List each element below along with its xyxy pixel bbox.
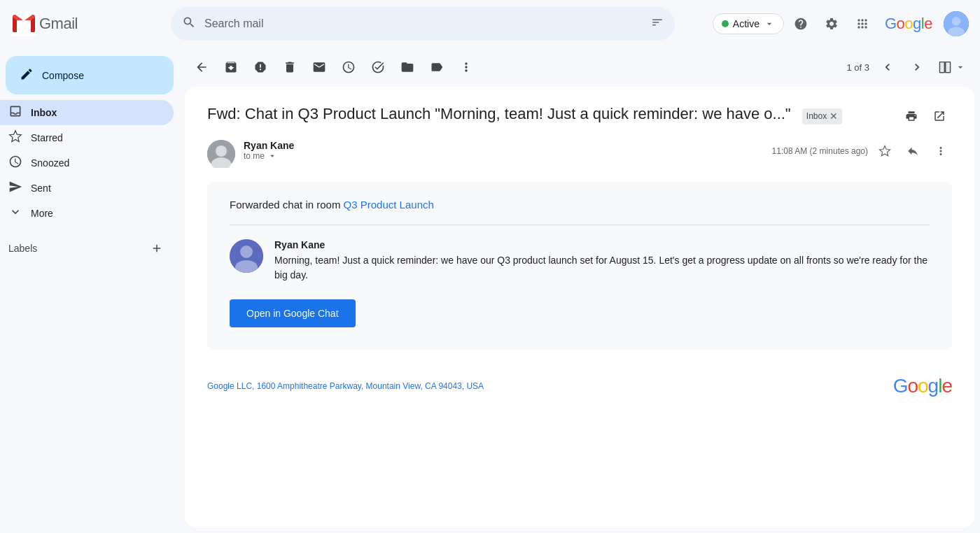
settings-button[interactable] <box>818 10 846 38</box>
sidebar-item-label: Sent <box>31 183 51 194</box>
footer-address-link[interactable]: Google LLC, 1600 Amphitheatre Parkway, M… <box>207 381 484 391</box>
gmail-logo-text: Gmail <box>39 15 78 33</box>
top-header: Gmail Active <box>0 0 980 48</box>
split-view-button[interactable] <box>932 57 972 77</box>
back-button[interactable] <box>188 53 216 81</box>
email-content-box: Forwarded chat in room Q3 Product Launch <box>207 182 952 350</box>
status-label: Active <box>733 18 760 29</box>
svg-rect-1 <box>17 20 31 32</box>
move-button[interactable] <box>393 53 421 81</box>
mark-unread-button[interactable] <box>305 53 333 81</box>
forwarded-prefix: Forwarded chat in room <box>230 199 344 211</box>
compose-button[interactable]: Compose <box>6 56 174 94</box>
sender-row: Ryan Kane to me 11:08 AM (2 minutes ago) <box>207 140 952 168</box>
email-body: Fwd: Chat in Q3 Product Launch "Morning,… <box>185 87 974 527</box>
svg-point-3 <box>952 17 961 26</box>
sender-name: Ryan Kane <box>244 140 764 151</box>
task-button[interactable] <box>364 53 392 81</box>
more-icon <box>8 205 22 222</box>
content-divider <box>230 225 930 225</box>
apps-button[interactable] <box>848 10 876 38</box>
delete-button[interactable] <box>276 53 304 81</box>
main-layout: Compose Inbox Starred <box>0 48 980 533</box>
more-actions-button[interactable] <box>452 53 480 81</box>
compose-icon <box>20 67 34 83</box>
status-dot <box>722 20 729 27</box>
svg-rect-6 <box>946 62 951 73</box>
email-area: 1 of 3 <box>179 48 980 533</box>
help-button[interactable] <box>787 10 815 38</box>
email-more-button[interactable] <box>930 140 952 162</box>
open-new-window-button[interactable] <box>927 104 952 129</box>
email-time: 11:08 AM (2 minutes ago) <box>772 146 868 156</box>
email-subject-container: Fwd: Chat in Q3 Product Launch "Morning,… <box>207 104 842 125</box>
pagination-info: 1 of 3 <box>846 62 869 73</box>
chat-message: Ryan Kane Morning, team! Just a quick re… <box>230 239 930 283</box>
split-view-chevron <box>955 62 966 73</box>
user-avatar[interactable] <box>944 11 969 36</box>
inbox-tag-remove[interactable]: ✕ <box>830 110 838 124</box>
header-right: Active Google <box>713 10 969 38</box>
search-icon <box>182 15 196 33</box>
sidebar-item-label: Inbox <box>31 107 57 118</box>
sidebar-item-more[interactable]: More <box>0 201 174 226</box>
search-filter-icon[interactable] <box>651 16 664 32</box>
forwarded-room-link[interactable]: Q3 Product Launch <box>344 199 434 211</box>
inbox-tag-label: Inbox <box>806 111 827 122</box>
chat-content: Ryan Kane Morning, team! Just a quick re… <box>274 239 930 283</box>
search-input[interactable] <box>204 17 643 30</box>
sidebar-item-label: Snoozed <box>31 157 69 169</box>
sidebar-item-sent[interactable]: Sent <box>0 176 174 201</box>
print-button[interactable] <box>899 104 924 129</box>
sender-info: Ryan Kane to me <box>244 140 764 161</box>
sent-icon <box>8 180 22 197</box>
star-icon <box>8 129 22 147</box>
sidebar-item-starred[interactable]: Starred <box>0 125 174 150</box>
search-bar[interactable] <box>171 7 675 41</box>
sender-to-text: to me <box>244 151 265 161</box>
subject-actions <box>899 104 952 129</box>
labels-section: Labels <box>0 226 179 265</box>
gmail-logo: Gmail <box>11 11 165 36</box>
sender-meta: 11:08 AM (2 minutes ago) <box>772 140 952 162</box>
sidebar-item-label: Starred <box>31 132 63 143</box>
sender-avatar <box>207 140 235 168</box>
reply-button[interactable] <box>902 140 924 162</box>
report-button[interactable] <box>246 53 274 81</box>
sidebar-item-label: More <box>31 208 53 219</box>
sender-chevron-icon <box>267 151 277 161</box>
svg-point-8 <box>216 145 227 157</box>
chat-message-text: Morning, team! Just a quick reminder: we… <box>274 253 930 283</box>
chat-sender-name: Ryan Kane <box>274 239 930 250</box>
open-google-chat-button[interactable]: Open in Google Chat <box>230 299 356 327</box>
prev-email-button[interactable] <box>874 53 902 81</box>
inbox-icon <box>8 104 22 122</box>
forwarded-text: Forwarded chat in room Q3 Product Launch <box>230 199 930 211</box>
inbox-tag: Inbox ✕ <box>802 108 842 125</box>
chat-sender-avatar <box>230 239 263 273</box>
sidebar: Compose Inbox Starred <box>0 48 179 533</box>
sidebar-item-snoozed[interactable]: Snoozed <box>0 150 174 176</box>
chevron-down-icon <box>764 18 775 29</box>
label-button[interactable] <box>423 53 451 81</box>
labels-add-button[interactable] <box>146 237 168 260</box>
labels-title: Labels <box>8 243 37 254</box>
svg-point-11 <box>240 246 253 258</box>
email-subject-row: Fwd: Chat in Q3 Product Launch "Morning,… <box>207 104 952 129</box>
email-subject: Fwd: Chat in Q3 Product Launch "Morning,… <box>207 105 842 122</box>
sender-to[interactable]: to me <box>244 151 764 161</box>
email-footer: Google LLC, 1600 Amphitheatre Parkway, M… <box>207 364 952 403</box>
snoozed-icon <box>8 155 22 172</box>
next-email-button[interactable] <box>903 53 931 81</box>
archive-button[interactable] <box>217 53 245 81</box>
chat-avatar-image <box>230 239 263 273</box>
sidebar-item-inbox[interactable]: Inbox <box>0 100 174 125</box>
compose-label: Compose <box>42 70 84 81</box>
snooze-button[interactable] <box>335 53 363 81</box>
email-toolbar: 1 of 3 <box>179 48 980 87</box>
google-logo-header: Google <box>885 15 932 33</box>
subject-text: Fwd: Chat in Q3 Product Launch "Morning,… <box>207 105 791 122</box>
status-button[interactable]: Active <box>713 13 784 34</box>
footer-google-logo: Google <box>893 375 952 397</box>
star-email-button[interactable] <box>874 140 896 162</box>
